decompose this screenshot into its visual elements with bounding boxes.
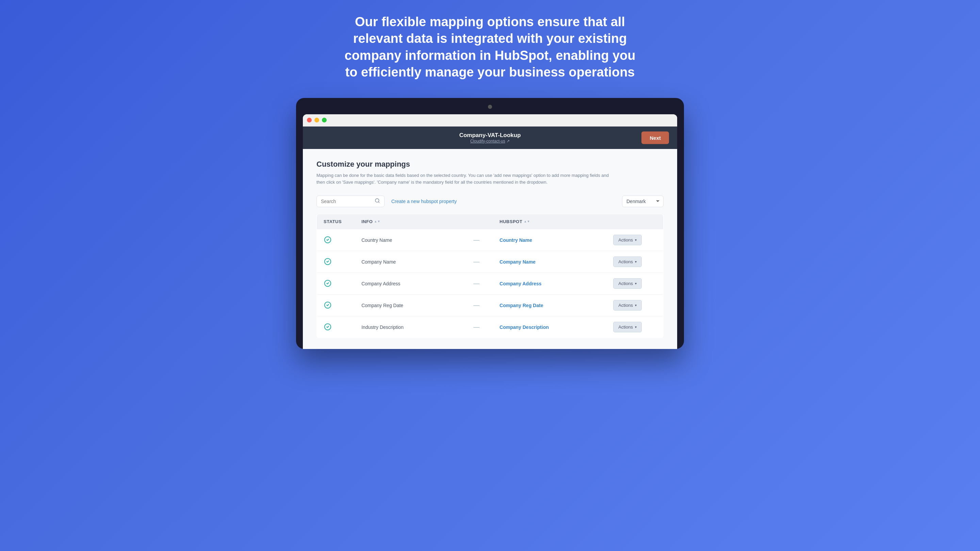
row-hubspot-cell: Company Reg Date [493,295,606,316]
table-row: Company Name — Company Name Actions ▾ [317,251,663,273]
row-hubspot-cell: Country Name [493,229,606,251]
actions-caret-icon: ▾ [635,260,637,264]
page-title: Customize your mappings [317,160,663,169]
toolbar-left: Create a new hubspot property [317,195,457,207]
row-arrow-cell: — [460,251,493,273]
app-header: Company-VAT-Lookup Cloudify-contact-us ↗… [303,127,677,149]
actions-button[interactable]: Actions ▾ [613,235,642,245]
row-actions-cell: Actions ▾ [606,273,663,295]
app-subtitle-link[interactable]: Cloudify-contact-us [470,139,505,143]
search-icon [375,198,380,205]
col-header-actions [606,214,663,229]
hubspot-property-link[interactable]: Company Reg Date [500,303,543,308]
table-header: STATUS INFO ▲▼ HUBSPOT ▲▼ [317,214,663,229]
arrow-right-icon: — [473,237,479,243]
row-arrow-cell: — [460,295,493,316]
page-description: Mapping can be done for the basic data f… [317,172,609,186]
row-hubspot-cell: Company Address [493,273,606,295]
app-title: Company-VAT-Lookup [460,132,521,139]
row-info-cell: Industry Description [355,316,460,338]
laptop-camera [488,105,492,109]
country-select[interactable]: Denmark Germany France Netherlands Swede… [622,195,663,207]
create-hubspot-property-link[interactable]: Create a new hubspot property [391,198,457,204]
hero-section: Our flexible mapping options ensure that… [337,14,643,81]
row-hubspot-cell: Company Name [493,251,606,273]
arrow-right-icon: — [473,302,479,308]
actions-caret-icon: ▾ [635,238,637,242]
toolbar: Create a new hubspot property Denmark Ge… [317,195,663,207]
hubspot-property-link[interactable]: Country Name [500,237,532,243]
actions-caret-icon: ▾ [635,325,637,329]
app-content: Customize your mappings Mapping can be d… [303,149,677,349]
row-arrow-cell: — [460,229,493,251]
laptop-frame: Company-VAT-Lookup Cloudify-contact-us ↗… [296,98,684,349]
actions-button[interactable]: Actions ▾ [613,278,642,289]
arrow-right-icon: — [473,280,479,287]
row-actions-cell: Actions ▾ [606,251,663,273]
actions-caret-icon: ▾ [635,282,637,285]
actions-button[interactable]: Actions ▾ [613,256,642,267]
status-check-icon [324,257,332,266]
status-check-icon [324,279,332,287]
table-row: Company Address — Company Address Action… [317,273,663,295]
arrow-right-icon: — [473,258,479,265]
external-link-icon: ↗ [506,139,510,143]
row-info-cell: Company Reg Date [355,295,460,316]
row-status-cell [317,251,355,273]
table-row: Company Reg Date — Company Reg Date Acti… [317,295,663,316]
col-header-arrow [460,214,493,229]
row-status-cell [317,295,355,316]
mapping-table: STATUS INFO ▲▼ HUBSPOT ▲▼ [317,214,663,338]
app-header-center: Company-VAT-Lookup Cloudify-contact-us ↗ [460,132,521,143]
row-info-cell: Company Address [355,273,460,295]
hubspot-property-link[interactable]: Company Description [500,324,549,330]
hubspot-property-link[interactable]: Company Address [500,281,541,286]
actions-button[interactable]: Actions ▾ [613,300,642,311]
traffic-light-red[interactable] [307,118,312,122]
browser-titlebar [303,114,677,127]
table-body: Country Name — Country Name Actions ▾ Co… [317,229,663,338]
row-arrow-cell: — [460,316,493,338]
actions-caret-icon: ▾ [635,303,637,307]
status-check-icon [324,236,332,244]
table-row: Country Name — Country Name Actions ▾ [317,229,663,251]
col-header-status: STATUS [317,214,355,229]
row-arrow-cell: — [460,273,493,295]
row-hubspot-cell: Company Description [493,316,606,338]
table-header-row: STATUS INFO ▲▼ HUBSPOT ▲▼ [317,214,663,229]
traffic-light-green[interactable] [322,118,327,122]
next-button[interactable]: Next [641,131,669,144]
status-check-icon [324,301,332,309]
col-header-info: INFO ▲▼ [355,214,460,229]
col-header-hubspot: HUBSPOT ▲▼ [493,214,606,229]
row-actions-cell: Actions ▾ [606,295,663,316]
row-status-cell [317,273,355,295]
search-wrapper [317,195,385,207]
arrow-right-icon: — [473,324,479,330]
hero-title: Our flexible mapping options ensure that… [337,14,643,81]
info-sort-icon[interactable]: ▲▼ [374,220,380,223]
row-status-cell [317,229,355,251]
hubspot-sort-icon[interactable]: ▲▼ [524,220,530,223]
row-info-cell: Country Name [355,229,460,251]
table-row: Industry Description — Company Descripti… [317,316,663,338]
browser-window: Company-VAT-Lookup Cloudify-contact-us ↗… [303,114,677,349]
traffic-light-yellow[interactable] [314,118,319,122]
svg-point-0 [375,198,379,202]
country-select-wrapper: Denmark Germany France Netherlands Swede… [622,195,663,207]
search-input[interactable] [321,198,372,204]
row-actions-cell: Actions ▾ [606,229,663,251]
row-info-cell: Company Name [355,251,460,273]
row-status-cell [317,316,355,338]
actions-button[interactable]: Actions ▾ [613,322,642,332]
status-check-icon [324,323,332,331]
app-subtitle: Cloudify-contact-us ↗ [460,139,521,143]
hubspot-property-link[interactable]: Company Name [500,259,536,265]
row-actions-cell: Actions ▾ [606,316,663,338]
